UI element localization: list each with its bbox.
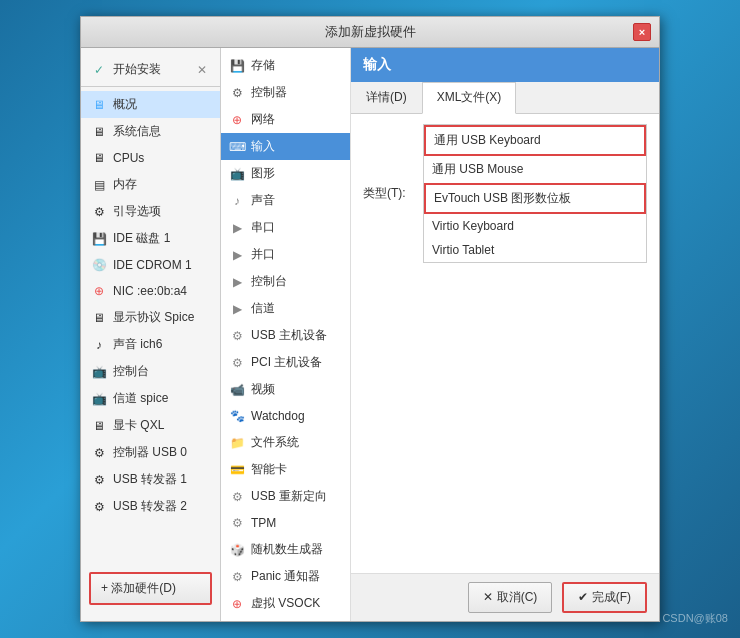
pci-host-item[interactable]: ⚙ PCI 主机设备 <box>221 349 350 376</box>
type-option-virtio-tablet[interactable]: Virtio Tablet <box>424 238 646 262</box>
channel-list-icon: ▶ <box>229 301 245 317</box>
usb1-label: USB 转发器 1 <box>113 471 187 488</box>
sidebar-item-nic[interactable]: ⊕ NIC :ee:0b:a4 <box>81 278 220 304</box>
sidebar-item-cpus[interactable]: 🖥 CPUs <box>81 145 220 171</box>
sound-item[interactable]: ♪ 声音 <box>221 187 350 214</box>
usb-redir-item[interactable]: ⚙ USB 重新定向 <box>221 483 350 510</box>
channel-label: 信道 spice <box>113 390 168 407</box>
controller-icon: ⚙ <box>229 85 245 101</box>
panic-icon: ⚙ <box>229 569 245 585</box>
dialog-body: ✓ 开始安装 ✕ 🖥 概况 🖥 系统信息 🖥 CPUs ▤ 内存 <box>81 48 659 621</box>
sidebar-item-sysinfo[interactable]: 🖥 系统信息 <box>81 118 220 145</box>
controller-item[interactable]: ⚙ 控制器 <box>221 79 350 106</box>
sidebar-item-memory[interactable]: ▤ 内存 <box>81 171 220 198</box>
sysinfo-label: 系统信息 <box>113 123 161 140</box>
storage-item[interactable]: 💾 存储 <box>221 52 350 79</box>
sidebar-item-channel[interactable]: 📺 信道 spice <box>81 385 220 412</box>
dialog-footer: ✕ 取消(C) ✔ 完成(F) <box>351 573 659 621</box>
sidebar-item-cdrom[interactable]: 💿 IDE CDROM 1 <box>81 252 220 278</box>
ide1-label: IDE 磁盘 1 <box>113 230 170 247</box>
panic-item[interactable]: ⚙ Panic 通知器 <box>221 563 350 590</box>
usb-host-item[interactable]: ⚙ USB 主机设备 <box>221 322 350 349</box>
console-label: 控制台 <box>113 363 149 380</box>
type-option-evtouch[interactable]: EvTouch USB 图形数位板 <box>424 183 646 214</box>
tab-xml[interactable]: XML文件(X) <box>422 82 517 114</box>
smartcard-icon: 💳 <box>229 462 245 478</box>
display-icon: 🖥 <box>91 310 107 326</box>
usb-host-icon: ⚙ <box>229 328 245 344</box>
usb-ctrl-label: 控制器 USB 0 <box>113 444 187 461</box>
tpm-icon: ⚙ <box>229 515 245 531</box>
sidebar-item-boot[interactable]: ⚙ 引导选项 <box>81 198 220 225</box>
graphics-item[interactable]: 📺 图形 <box>221 160 350 187</box>
sidebar-item-sound[interactable]: ♪ 声音 ich6 <box>81 331 220 358</box>
tpm-item[interactable]: ⚙ TPM <box>221 510 350 536</box>
rng-item[interactable]: 🎲 随机数生成器 <box>221 536 350 563</box>
sidebar-item-usb1[interactable]: ⚙ USB 转发器 1 <box>81 466 220 493</box>
memory-icon: ▤ <box>91 177 107 193</box>
storage-icon: 💾 <box>229 58 245 74</box>
input-item[interactable]: ⌨ 输入 <box>221 133 350 160</box>
tab-detail[interactable]: 详情(D) <box>351 82 422 113</box>
type-field-row: 类型(T): 通用 USB Keyboard 通用 USB Mouse EvTo… <box>363 124 647 263</box>
parallel-icon: ▶ <box>229 247 245 263</box>
rng-icon: 🎲 <box>229 542 245 558</box>
disk-icon: 💾 <box>91 231 107 247</box>
add-hardware-button[interactable]: + 添加硬件(D) <box>89 572 212 605</box>
sidebar-item-usb2[interactable]: ⚙ USB 转发器 2 <box>81 493 220 520</box>
usb1-icon: ⚙ <box>91 472 107 488</box>
filesystem-item[interactable]: 📁 文件系统 <box>221 429 350 456</box>
finish-button[interactable]: ✔ 完成(F) <box>562 582 647 613</box>
channel-list-item[interactable]: ▶ 信道 <box>221 295 350 322</box>
usb2-icon: ⚙ <box>91 499 107 515</box>
type-option-usb-mouse[interactable]: 通用 USB Mouse <box>424 156 646 183</box>
tab-content: 类型(T): 通用 USB Keyboard 通用 USB Mouse EvTo… <box>351 114 659 573</box>
close-button[interactable]: × <box>633 23 651 41</box>
cancel-install-icon: ✕ <box>194 62 210 78</box>
display-label: 显示协议 Spice <box>113 309 194 326</box>
type-option-usb-keyboard[interactable]: 通用 USB Keyboard <box>424 125 646 156</box>
cpus-label: CPUs <box>113 151 144 165</box>
cdrom-icon: 💿 <box>91 257 107 273</box>
watchdog-item[interactable]: 🐾 Watchdog <box>221 403 350 429</box>
tab-bar: 详情(D) XML文件(X) <box>351 82 659 114</box>
add-hardware-dialog: 添加新虚拟硬件 × ✓ 开始安装 ✕ 🖥 概况 🖥 系统信息 🖥 CPUs <box>80 16 660 622</box>
sidebar-item-ide1[interactable]: 💾 IDE 磁盘 1 <box>81 225 220 252</box>
sound-icon: ♪ <box>91 337 107 353</box>
video-list-icon: 📹 <box>229 382 245 398</box>
vsock-icon: ⊕ <box>229 596 245 612</box>
usb-redir-icon: ⚙ <box>229 489 245 505</box>
graphics-icon: 📺 <box>229 166 245 182</box>
sidebar-item-overview[interactable]: 🖥 概况 <box>81 91 220 118</box>
sidebar-item-console[interactable]: 📺 控制台 <box>81 358 220 385</box>
boot-label: 引导选项 <box>113 203 161 220</box>
console-list-item[interactable]: ▶ 控制台 <box>221 268 350 295</box>
usb-ctrl-icon: ⚙ <box>91 445 107 461</box>
video-item[interactable]: 📹 视频 <box>221 376 350 403</box>
sidebar-item-usb-ctrl[interactable]: ⚙ 控制器 USB 0 <box>81 439 220 466</box>
watchdog-icon: 🐾 <box>229 408 245 424</box>
checkmark-icon: ✓ <box>91 62 107 78</box>
nic-label: NIC :ee:0b:a4 <box>113 284 187 298</box>
smartcard-item[interactable]: 💳 智能卡 <box>221 456 350 483</box>
sidebar-item-video[interactable]: 🖥 显卡 QXL <box>81 412 220 439</box>
parallel-item[interactable]: ▶ 并口 <box>221 241 350 268</box>
serial-icon: ▶ <box>229 220 245 236</box>
serial-item[interactable]: ▶ 串口 <box>221 214 350 241</box>
start-install-label: 开始安装 <box>113 61 161 78</box>
sidebar-item-display[interactable]: 🖥 显示协议 Spice <box>81 304 220 331</box>
input-icon: ⌨ <box>229 139 245 155</box>
vsock-item[interactable]: ⊕ 虚拟 VSOCK <box>221 590 350 617</box>
boot-icon: ⚙ <box>91 204 107 220</box>
sound-list-icon: ♪ <box>229 193 245 209</box>
dialog-titlebar: 添加新虚拟硬件 × <box>81 17 659 48</box>
start-install-item[interactable]: ✓ 开始安装 ✕ <box>81 56 220 87</box>
cancel-button[interactable]: ✕ 取消(C) <box>468 582 552 613</box>
type-option-virtio-keyboard[interactable]: Virtio Keyboard <box>424 214 646 238</box>
right-panel: 输入 详情(D) XML文件(X) 类型(T): 通用 USB Keyboard… <box>351 48 659 621</box>
usb2-label: USB 转发器 2 <box>113 498 187 515</box>
network-item[interactable]: ⊕ 网络 <box>221 106 350 133</box>
sound-label: 声音 ich6 <box>113 336 162 353</box>
nic-icon: ⊕ <box>91 283 107 299</box>
console-icon: 📺 <box>91 364 107 380</box>
